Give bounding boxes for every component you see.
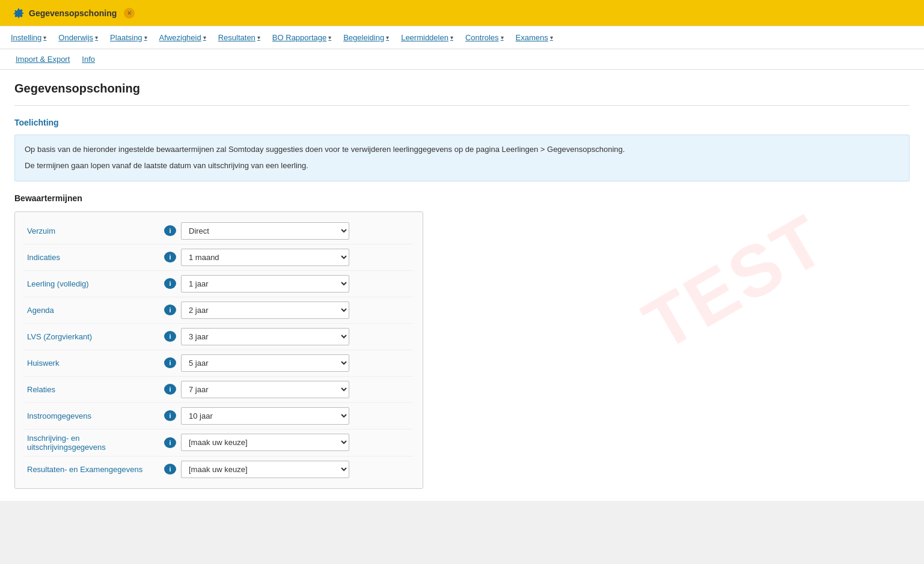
form-row-label: Indicaties <box>27 253 159 262</box>
page-title: Gegevensopschoning <box>14 82 910 96</box>
form-row-label: LVS (Zorgvierkant) <box>27 332 159 341</box>
chevron-down-icon: ▾ <box>95 34 98 41</box>
nav-item-bo-rapportage[interactable]: BO Rapportage ▾ <box>266 28 337 47</box>
info-icon[interactable]: i <box>164 278 176 289</box>
nav-item-instelling[interactable]: Instelling ▾ <box>5 28 52 47</box>
chevron-down-icon: ▾ <box>501 34 504 41</box>
form-row: Resultaten- en ExamengegevensiDirect1 ma… <box>25 456 413 482</box>
form-row-select-agenda[interactable]: Direct1 maand1 jaar2 jaar3 jaar5 jaar7 j… <box>181 302 349 319</box>
active-tab[interactable]: Gegevensopschoning × <box>5 4 143 23</box>
chevron-down-icon: ▾ <box>144 34 147 41</box>
top-tab-bar: Gegevensopschoning × <box>0 0 924 26</box>
form-row-select-indicaties[interactable]: Direct1 maand1 jaar2 jaar3 jaar5 jaar7 j… <box>181 249 349 266</box>
nav-label-bo-rapportage: BO Rapportage <box>272 33 326 42</box>
form-row-select-instroomgegevens[interactable]: Direct1 maand1 jaar2 jaar3 jaar5 jaar7 j… <box>181 407 349 425</box>
chevron-down-icon: ▾ <box>257 34 260 41</box>
form-row: IndicatiesiDirect1 maand1 jaar2 jaar3 ja… <box>25 244 413 271</box>
nav-item-onderwijs[interactable]: Onderwijs ▾ <box>52 28 104 47</box>
info-icon[interactable]: i <box>164 225 176 236</box>
form-row-label: Instroomgegevens <box>27 411 159 420</box>
form-row-label: Agenda <box>27 306 159 315</box>
main-content: Gegevensopschoning Toelichting Op basis … <box>0 70 924 501</box>
chevron-down-icon: ▾ <box>450 34 453 41</box>
chevron-down-icon: ▾ <box>328 34 331 41</box>
bewaartermijnen-title: Bewaartermijnen <box>14 193 910 203</box>
bewaartermijnen-form: VerzuimiDirect1 maand1 jaar2 jaar3 jaar5… <box>14 211 423 489</box>
chevron-down-icon: ▾ <box>386 34 389 41</box>
info-icon[interactable]: i <box>164 252 176 262</box>
form-row: RelatiesiDirect1 maand1 jaar2 jaar3 jaar… <box>25 377 413 403</box>
info-line-2: De termijnen gaan lopen vanaf de laatste… <box>25 160 899 172</box>
form-row-select-resultaten--en-examengegevens[interactable]: Direct1 maand1 jaar2 jaar3 jaar5 jaar7 j… <box>181 461 349 478</box>
nav-item-begeleiding[interactable]: Begeleiding ▾ <box>337 28 395 47</box>
info-icon[interactable]: i <box>164 464 176 475</box>
info-icon[interactable]: i <box>164 331 176 342</box>
nav-label-instelling: Instelling <box>11 33 41 42</box>
nav-item-leermiddelen[interactable]: Leermiddelen ▾ <box>395 28 459 47</box>
gear-icon <box>13 7 25 19</box>
nav-label-begeleiding: Begeleiding <box>343 33 384 42</box>
info-icon[interactable]: i <box>164 384 176 395</box>
info-icon[interactable]: i <box>164 357 176 368</box>
chevron-down-icon: ▾ <box>550 34 553 41</box>
nav-bar: Instelling ▾ Onderwijs ▾ Plaatsing ▾ Afw… <box>0 26 924 49</box>
nav-label-controles: Controles <box>465 33 499 42</box>
close-icon: × <box>127 9 132 17</box>
secondary-nav: Import & Export Info <box>0 49 924 70</box>
info-box: Op basis van de hieronder ingestelde bew… <box>14 135 910 181</box>
nav-label-examens: Examens <box>516 33 548 42</box>
tab-close-button[interactable]: × <box>124 8 135 19</box>
nav-label-onderwijs: Onderwijs <box>58 33 93 42</box>
form-row-label: Verzuim <box>27 226 159 235</box>
nav-item-examens[interactable]: Examens ▾ <box>510 28 559 47</box>
nav-label-plaatsing: Plaatsing <box>110 33 142 42</box>
form-row-select-huiswerk[interactable]: Direct1 maand1 jaar2 jaar3 jaar5 jaar7 j… <box>181 354 349 372</box>
form-row: InstroomgegevensiDirect1 maand1 jaar2 ja… <box>25 403 413 429</box>
form-row-select-lvs-(zorgvierkant)[interactable]: Direct1 maand1 jaar2 jaar3 jaar5 jaar7 j… <box>181 328 349 345</box>
info-icon[interactable]: i <box>164 437 176 448</box>
nav-item-resultaten[interactable]: Resultaten ▾ <box>212 28 266 47</box>
nav-label-resultaten: Resultaten <box>218 33 255 42</box>
form-row-label: Resultaten- en Examengegevens <box>27 465 159 474</box>
secondary-nav-info[interactable]: Info <box>76 51 101 67</box>
form-row: AgendaiDirect1 maand1 jaar2 jaar3 jaar5 … <box>25 297 413 324</box>
info-line-1: Op basis van de hieronder ingestelde bew… <box>25 144 899 156</box>
toelichting-title: Toelichting <box>14 118 910 127</box>
form-row: LVS (Zorgvierkant)iDirect1 maand1 jaar2 … <box>25 324 413 350</box>
chevron-down-icon: ▾ <box>203 34 206 41</box>
form-row-label: Leerling (volledig) <box>27 279 159 288</box>
nav-item-afwezigheid[interactable]: Afwezigheid ▾ <box>153 28 212 47</box>
nav-item-controles[interactable]: Controles ▾ <box>459 28 510 47</box>
nav-item-plaatsing[interactable]: Plaatsing ▾ <box>104 28 153 47</box>
nav-label-leermiddelen: Leermiddelen <box>401 33 448 42</box>
form-row-select-verzuim[interactable]: Direct1 maand1 jaar2 jaar3 jaar5 jaar7 j… <box>181 222 349 240</box>
form-row-select-leerling-(volledig)[interactable]: Direct1 maand1 jaar2 jaar3 jaar5 jaar7 j… <box>181 275 349 293</box>
chevron-down-icon: ▾ <box>43 34 46 41</box>
form-row-label: Relaties <box>27 385 159 394</box>
form-row: VerzuimiDirect1 maand1 jaar2 jaar3 jaar5… <box>25 218 413 244</box>
form-row: HuiswerkiDirect1 maand1 jaar2 jaar3 jaar… <box>25 350 413 377</box>
secondary-nav-import-export[interactable]: Import & Export <box>10 51 76 67</box>
info-icon[interactable]: i <box>164 305 176 315</box>
divider <box>14 105 910 106</box>
form-row-select-relaties[interactable]: Direct1 maand1 jaar2 jaar3 jaar5 jaar7 j… <box>181 381 349 398</box>
nav-label-afwezigheid: Afwezigheid <box>159 33 201 42</box>
form-row-label: Huiswerk <box>27 359 159 368</box>
form-row-label: Inschrijving- en uitschrijvingsgegevens <box>27 434 159 452</box>
form-row: Inschrijving- en uitschrijvingsgegevensi… <box>25 429 413 456</box>
form-row: Leerling (volledig)iDirect1 maand1 jaar2… <box>25 271 413 297</box>
form-row-select-inschrijving--en-uitschrijvingsgegevens[interactable]: Direct1 maand1 jaar2 jaar3 jaar5 jaar7 j… <box>181 434 349 451</box>
active-tab-label: Gegevensopschoning <box>29 8 117 18</box>
info-icon[interactable]: i <box>164 410 176 421</box>
